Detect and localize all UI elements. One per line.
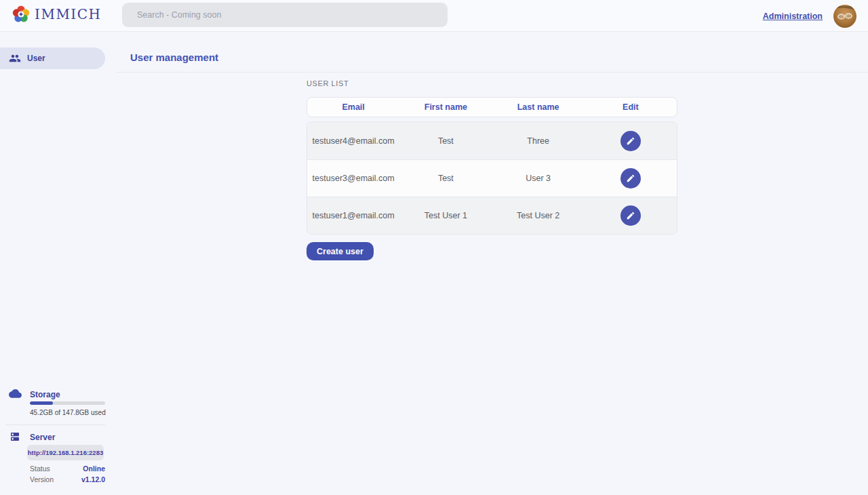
edit-user-button[interactable] [620, 205, 641, 226]
users-icon [9, 52, 21, 64]
search-bar[interactable] [122, 3, 448, 27]
table-row: testuser3@email.com Test User 3 [307, 159, 677, 197]
top-bar-right: Administration [763, 0, 856, 32]
status-value: Online [83, 464, 105, 473]
storage-title: Storage [30, 390, 60, 399]
storage-progress-bar [30, 401, 105, 405]
user-table: testuser4@email.com Test Three testuser3… [307, 121, 677, 235]
edit-user-button[interactable] [620, 168, 641, 189]
version-value: v1.12.0 [81, 475, 105, 483]
column-header-email: Email [307, 102, 399, 112]
sidebar-divider [5, 424, 105, 425]
cell-email: testuser1@email.com [307, 211, 399, 220]
search-input[interactable] [122, 3, 448, 27]
table-row: testuser4@email.com Test Three [307, 122, 677, 159]
cell-email: testuser3@email.com [307, 174, 399, 183]
pencil-icon [626, 136, 635, 146]
user-table-header: Email First name Last name Edit [307, 97, 677, 117]
cell-last-name: User 3 [492, 174, 585, 183]
create-user-button[interactable]: Create user [307, 242, 374, 260]
cloud-icon [9, 388, 22, 401]
administration-link[interactable]: Administration [763, 12, 823, 21]
column-header-edit: Edit [585, 102, 677, 112]
title-divider [116, 72, 868, 73]
cell-first-name: Test [399, 136, 492, 146]
brand-wordmark: IMMICH [35, 6, 102, 22]
storage-usage-text: 45.2GB of 147.8GB used [30, 409, 106, 416]
storage-progress-fill [30, 401, 53, 405]
top-bar: IMMICH Administration [0, 0, 868, 32]
user-avatar[interactable] [833, 5, 856, 28]
server-version-row: Version v1.12.0 [30, 475, 105, 483]
brand[interactable]: IMMICH [12, 5, 102, 23]
edit-user-button[interactable] [620, 131, 641, 151]
sidebar-item-user[interactable]: User [0, 47, 105, 69]
cell-first-name: Test User 1 [399, 211, 492, 220]
server-url-badge: http://192.168.1.216:2283 [27, 445, 104, 460]
column-header-first-name: First name [399, 102, 492, 112]
cell-first-name: Test [399, 174, 492, 183]
pencil-icon [626, 211, 635, 220]
server-title: Server [30, 433, 55, 442]
page-title: User management [130, 52, 218, 63]
cell-last-name: Test User 2 [492, 211, 585, 220]
immich-flower-logo-icon [12, 5, 30, 23]
status-label: Status [30, 464, 50, 473]
user-list-label: USER LIST [307, 79, 349, 87]
pencil-icon [626, 174, 635, 183]
table-row: testuser1@email.com Test User 1 Test Use… [307, 197, 677, 234]
server-status-row: Status Online [30, 464, 105, 473]
cell-last-name: Three [492, 136, 585, 146]
version-label: Version [30, 475, 54, 483]
column-header-last-name: Last name [492, 102, 585, 112]
server-icon [9, 431, 20, 445]
sidebar-item-user-label: User [27, 54, 45, 63]
cell-email: testuser4@email.com [307, 136, 399, 146]
